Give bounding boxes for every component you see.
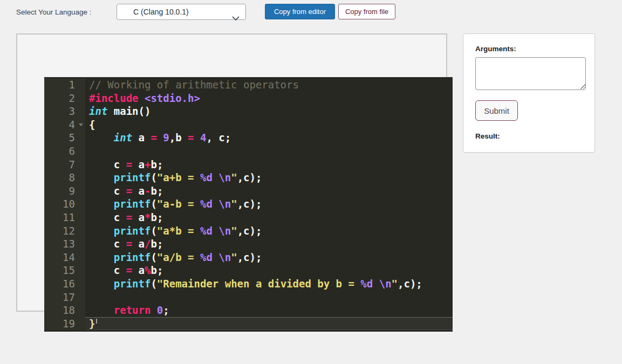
code-line-content: return 0; — [85, 304, 453, 317]
code-token: ,c); — [237, 251, 262, 263]
code-line: 7 c = a+b; — [44, 158, 453, 171]
code-token: / — [145, 238, 151, 250]
text-cursor — [96, 319, 97, 324]
code-token: return — [114, 304, 151, 316]
code-line-content — [85, 145, 453, 158]
code-token: " — [231, 171, 237, 183]
code-token: = — [126, 264, 132, 276]
code-token — [89, 132, 114, 143]
code-line: 16 printf("Remainder when a divided by b… — [44, 277, 453, 291]
result-label: Result: — [475, 132, 500, 140]
code-token: - — [145, 185, 151, 197]
code-token: #include — [89, 92, 139, 104]
fold-arrow-icon[interactable] — [79, 123, 83, 126]
code-token: " — [392, 278, 398, 290]
code-token: = — [126, 211, 132, 223]
code-line-content: int main() — [85, 105, 453, 118]
run-panel: Arguments: Submit Result: — [463, 33, 595, 153]
code-token — [89, 278, 114, 290]
code-line-content: #include <stdio.h> — [85, 92, 453, 105]
code-token: c — [89, 159, 126, 170]
code-token: a — [132, 264, 145, 276]
code-token: ,b — [169, 132, 188, 143]
code-token: a — [132, 238, 145, 250]
code-line-content: c = a%b; — [85, 264, 453, 277]
code-editor[interactable]: 1// Working of arithmetic operators2#inc… — [44, 77, 453, 332]
line-number: 5 — [44, 131, 85, 145]
code-line: 10 printf("a-b = %d \n",c); — [44, 197, 453, 211]
line-number: 7 — [44, 158, 85, 171]
code-token: int — [89, 105, 107, 117]
code-token: ,c); — [398, 278, 422, 290]
code-token: printf — [114, 171, 151, 183]
line-number: 1 — [44, 78, 85, 92]
code-token: // Working of arithmetic operators — [89, 79, 299, 91]
code-token: ( — [151, 225, 156, 237]
code-token: ; — [163, 304, 169, 316]
code-token: 0 — [157, 304, 163, 316]
line-number: 13 — [44, 237, 85, 251]
code-token — [89, 225, 114, 237]
code-token: 9 — [163, 132, 169, 143]
code-token: c — [89, 185, 126, 197]
code-token: ( — [151, 251, 156, 263]
code-line-content: // Working of arithmetic operators — [85, 78, 453, 92]
code-token: " — [231, 251, 237, 263]
code-token: printf — [114, 251, 151, 263]
code-token: ( — [151, 198, 156, 210]
code-line: 13 c = a/b; — [44, 237, 453, 251]
code-token — [213, 251, 218, 263]
code-token: \n — [379, 278, 392, 290]
code-line: 11 c = a*b; — [44, 211, 453, 224]
code-line: 2#include <stdio.h> — [44, 92, 453, 105]
code-token: = — [126, 185, 132, 197]
code-line: 17 — [44, 291, 453, 304]
code-line: 15 c = a%b; — [44, 264, 453, 277]
code-token: "a+b = — [157, 171, 200, 183]
code-token: ( — [151, 278, 156, 290]
code-token: ,c); — [237, 171, 262, 183]
line-number: 2 — [44, 92, 85, 105]
code-token: "a-b = — [157, 198, 200, 210]
line-number: 6 — [44, 145, 85, 158]
code-token: %d — [360, 278, 373, 290]
language-select-value: C (Clang 10.0.1) — [133, 8, 189, 16]
editor-container: 1// Working of arithmetic operators2#inc… — [16, 33, 447, 312]
submit-button[interactable]: Submit — [475, 100, 518, 121]
copy-from-file-button[interactable]: Copy from file — [338, 4, 395, 19]
line-number: 10 — [44, 197, 85, 211]
code-line: 3int main() — [44, 105, 453, 118]
code-token: ( — [151, 171, 156, 183]
code-token: %d — [200, 251, 213, 263]
code-token: = — [126, 238, 132, 250]
code-line-content: printf("a+b = %d \n",c); — [85, 171, 453, 184]
code-token: printf — [114, 278, 151, 290]
code-token: \n — [218, 225, 231, 237]
code-token: \n — [218, 171, 231, 183]
code-line-content — [85, 291, 453, 304]
code-line: 5 int a = 9,b = 4, c; — [44, 131, 453, 145]
code-line-content: printf("a*b = %d \n",c); — [85, 224, 453, 238]
language-select[interactable]: C (Clang 10.0.1) — [117, 4, 246, 20]
code-line: 14 printf("a/b = %d \n",c); — [44, 251, 453, 264]
code-token: c — [89, 238, 126, 250]
code-line-content: c = a*b; — [85, 211, 453, 224]
code-token — [213, 171, 218, 183]
copy-from-editor-button[interactable]: Copy from editor — [265, 4, 335, 19]
code-token: main() — [107, 105, 151, 117]
line-number: 11 — [44, 211, 85, 224]
code-token: + — [145, 159, 151, 170]
code-token: = — [188, 132, 194, 143]
code-token: a — [132, 211, 145, 223]
code-token: \n — [218, 251, 231, 263]
code-token: c — [89, 211, 126, 223]
code-token — [157, 132, 163, 143]
code-token — [213, 225, 218, 237]
arguments-label: Arguments: — [475, 45, 516, 53]
code-token: b; — [151, 264, 163, 276]
code-token: b; — [151, 211, 163, 223]
code-token — [89, 171, 114, 183]
code-line: 9 c = a-b; — [44, 184, 453, 198]
line-number: 14 — [44, 251, 85, 264]
arguments-input[interactable] — [475, 57, 586, 90]
